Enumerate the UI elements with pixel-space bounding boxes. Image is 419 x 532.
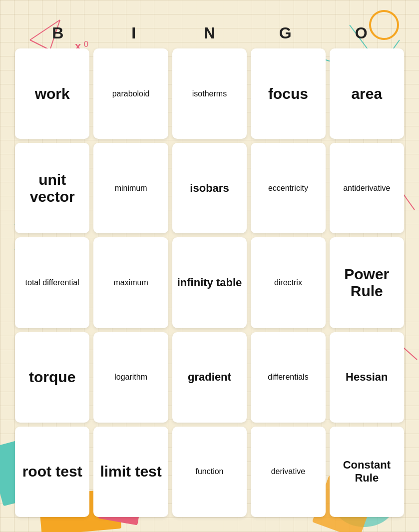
- cell-text-8: eccentricity: [268, 184, 308, 193]
- bingo-cell-15[interactable]: torque: [15, 332, 89, 423]
- bingo-letter-n: N: [174, 24, 244, 42]
- bingo-cell-11[interactable]: maximum: [93, 237, 168, 328]
- cell-text-10: total differential: [25, 278, 79, 287]
- bingo-cell-12[interactable]: infinity table: [172, 237, 247, 328]
- cell-text-13: directrix: [274, 278, 302, 287]
- cell-text-7: isobars: [190, 182, 229, 195]
- cell-text-20: root test: [22, 463, 82, 480]
- cell-text-15: torque: [29, 369, 75, 386]
- cell-text-2: isotherms: [192, 89, 227, 98]
- bingo-cell-20[interactable]: root test: [15, 427, 89, 517]
- cell-text-3: focus: [268, 85, 308, 102]
- bingo-cell-4[interactable]: area: [330, 48, 404, 139]
- bingo-cell-2[interactable]: isotherms: [172, 48, 247, 139]
- main-content: B I N G O workparaboloidisothermsfocusar…: [0, 0, 419, 532]
- bingo-cell-1[interactable]: paraboloid: [93, 48, 168, 139]
- bingo-cell-6[interactable]: minimum: [93, 143, 168, 233]
- cell-text-4: area: [351, 85, 382, 102]
- cell-text-12: infinity table: [177, 276, 242, 289]
- bingo-cell-19[interactable]: Hessian: [330, 332, 404, 423]
- cell-text-18: differentials: [268, 373, 309, 382]
- cell-text-21: limit test: [100, 463, 161, 480]
- cell-text-19: Hessian: [346, 371, 388, 384]
- bingo-cell-3[interactable]: focus: [251, 48, 325, 139]
- cell-text-23: derivative: [271, 467, 305, 476]
- cell-text-11: maximum: [113, 278, 148, 287]
- bingo-letter-b: B: [23, 24, 93, 42]
- cell-text-24: Constant Rule: [334, 459, 400, 485]
- cell-text-6: minimum: [115, 184, 147, 193]
- bingo-cell-16[interactable]: logarithm: [93, 332, 168, 423]
- cell-text-14: Power Rule: [334, 266, 400, 300]
- bingo-cell-18[interactable]: differentials: [251, 332, 325, 423]
- bingo-cell-24[interactable]: Constant Rule: [330, 427, 404, 517]
- bingo-letter-i: I: [99, 24, 169, 42]
- bingo-cell-14[interactable]: Power Rule: [330, 237, 404, 328]
- bingo-cell-23[interactable]: derivative: [251, 427, 325, 517]
- cell-text-16: logarithm: [114, 373, 147, 382]
- bingo-letter-g: G: [250, 24, 320, 42]
- cell-text-9: antiderivative: [343, 184, 390, 193]
- background: x 0 00 B I N G O w: [0, 0, 419, 532]
- bingo-cell-8[interactable]: eccentricity: [251, 143, 325, 233]
- cell-text-22: function: [195, 467, 223, 476]
- bingo-cell-0[interactable]: work: [15, 48, 89, 139]
- title-area: [0, 0, 419, 20]
- bingo-cell-9[interactable]: antiderivative: [330, 143, 404, 233]
- cell-text-17: gradient: [188, 371, 231, 384]
- bingo-grid: workparaboloidisothermsfocusareaunit vec…: [0, 48, 419, 532]
- bingo-cell-10[interactable]: total differential: [15, 237, 89, 328]
- bingo-cell-13[interactable]: directrix: [251, 237, 325, 328]
- bingo-cell-7[interactable]: isobars: [172, 143, 247, 233]
- cell-text-5: unit vector: [19, 171, 85, 205]
- bingo-header: B I N G O: [0, 20, 419, 48]
- bingo-cell-17[interactable]: gradient: [172, 332, 247, 423]
- cell-text-0: work: [35, 85, 70, 102]
- bingo-cell-21[interactable]: limit test: [93, 427, 168, 517]
- bingo-cell-22[interactable]: function: [172, 427, 247, 517]
- cell-text-1: paraboloid: [112, 89, 150, 98]
- bingo-letter-o: O: [326, 24, 396, 42]
- bingo-cell-5[interactable]: unit vector: [15, 143, 89, 233]
